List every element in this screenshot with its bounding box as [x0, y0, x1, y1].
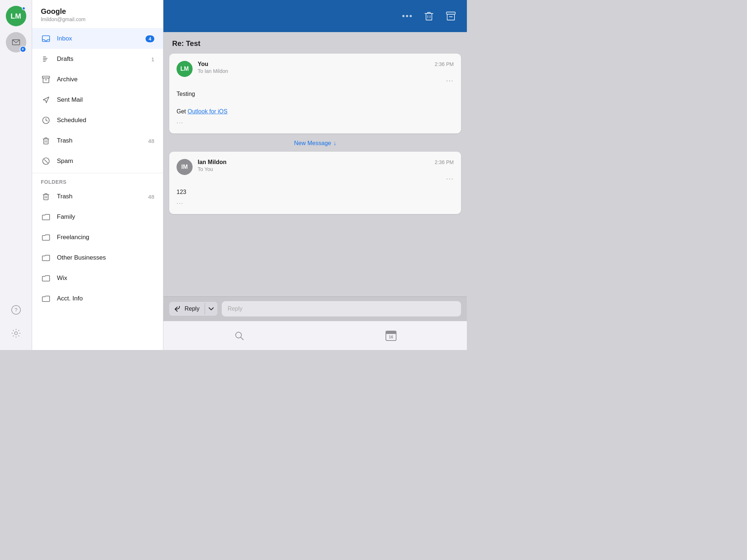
delete-icon — [424, 11, 434, 21]
email-2-from-row: Ian Mildon 2:36 PM — [198, 159, 454, 166]
reply-arrow-icon — [174, 306, 182, 312]
help-button[interactable]: ? — [8, 302, 24, 318]
thread-subject: Re: Test — [163, 32, 467, 54]
trash-folder-icon — [41, 191, 51, 202]
calendar-icon: 16 — [386, 331, 396, 341]
sidebar-item-acct-info[interactable]: Acct. Info — [32, 288, 163, 309]
reply-btn-group: Reply — [169, 302, 217, 316]
email-2-time: 2:36 PM — [435, 159, 454, 165]
sent-mail-icon — [41, 95, 51, 105]
account-header: Google lmildon@gmail.com — [32, 0, 163, 28]
svg-point-21 — [410, 15, 412, 17]
reply-main-button[interactable]: Reply — [169, 302, 205, 316]
acct-info-label: Acct. Info — [57, 295, 154, 302]
svg-rect-24 — [446, 12, 455, 14]
archive-button[interactable] — [444, 9, 458, 23]
inbox-badge: 4 — [146, 35, 154, 42]
bottom-tab-bar: 16 — [163, 321, 467, 350]
sentmail-label: Sent Mail — [57, 96, 154, 104]
sidebar-item-wix[interactable]: Wix — [32, 268, 163, 288]
add-account-badge: + — [20, 46, 26, 52]
sidebar-item-drafts[interactable]: Drafts 1 — [32, 49, 163, 69]
outlook-link[interactable]: Outlook for iOS — [187, 108, 227, 114]
email-1-from: You — [198, 61, 208, 67]
main-account-avatar[interactable]: LM — [6, 6, 26, 26]
sidebar-item-freelancing[interactable]: Freelancing — [32, 227, 163, 248]
svg-point-19 — [402, 15, 405, 17]
wix-label: Wix — [57, 275, 154, 282]
email-2-more-btn[interactable]: ··· — [446, 175, 454, 183]
calendar-header-strip — [386, 331, 396, 334]
account-email: lmildon@gmail.com — [41, 16, 154, 22]
email-1-avatar: LM — [177, 61, 193, 77]
delete-button[interactable] — [422, 9, 436, 23]
trash-folder-label: Trash — [57, 193, 142, 200]
freelancing-folder-icon — [41, 232, 51, 242]
folders-section-label: Folders — [32, 175, 163, 186]
help-icon: ? — [11, 305, 21, 315]
family-label: Family — [57, 213, 154, 221]
email-card-1: LM You 2:36 PM To Ian Mildon ··· Testing… — [169, 54, 461, 133]
email-2-more-row: ··· — [177, 175, 454, 183]
scheduled-label: Scheduled — [57, 117, 154, 124]
acct-info-folder-icon — [41, 293, 51, 304]
tab-calendar[interactable]: 16 — [315, 321, 467, 350]
email-2-expand-dots[interactable]: ··· — [177, 200, 454, 207]
inbox-label: Inbox — [57, 35, 140, 42]
svg-line-16 — [44, 160, 48, 163]
svg-point-20 — [406, 15, 408, 17]
reply-input[interactable]: Reply — [222, 301, 461, 316]
calendar-date-number: 16 — [386, 334, 396, 340]
trash-folder-count: 48 — [148, 194, 154, 200]
svg-point-3 — [15, 332, 18, 335]
email-2-avatar: IM — [177, 159, 193, 175]
svg-rect-10 — [43, 78, 49, 83]
email-1-more-btn[interactable]: ··· — [446, 77, 454, 85]
folders-divider — [32, 173, 163, 173]
sidebar-item-spam[interactable]: Spam — [32, 151, 163, 171]
archive-label: Archive — [57, 76, 154, 83]
chevron-down-icon — [209, 307, 214, 311]
trash-icon — [41, 136, 51, 146]
sidebar-item-trash-folder[interactable]: Trash 48 — [32, 186, 163, 207]
inbox-icon — [41, 34, 51, 44]
sidebar-item-inbox[interactable]: Inbox 4 — [32, 28, 163, 49]
wix-folder-icon — [41, 273, 51, 283]
trash-label: Trash — [57, 137, 142, 144]
spam-icon — [41, 156, 51, 166]
new-message-button[interactable]: New Message ↓ — [294, 140, 336, 147]
email-1-meta: You 2:36 PM To Ian Mildon — [198, 61, 454, 74]
email-1-expand-dots[interactable]: ··· — [177, 120, 454, 126]
sidebar-item-family[interactable]: Family — [32, 207, 163, 227]
settings-button[interactable] — [8, 325, 24, 341]
main-area: Re: Test LM You 2:36 PM To Ian Mildon ··… — [163, 0, 467, 350]
svg-line-27 — [241, 337, 243, 340]
family-folder-icon — [41, 212, 51, 222]
more-options-button[interactable] — [400, 9, 414, 23]
reply-placeholder: Reply — [228, 306, 243, 312]
reply-options-chevron[interactable] — [205, 303, 217, 314]
spam-label: Spam — [57, 158, 154, 165]
email-2-body: 123 — [177, 188, 454, 197]
sidebar-item-other-businesses[interactable]: Other Businesses — [32, 248, 163, 268]
sidebar-item-scheduled[interactable]: Scheduled — [32, 110, 163, 131]
add-account-avatar[interactable]: + — [6, 32, 26, 52]
drafts-count: 1 — [151, 56, 154, 62]
email-1-from-row: You 2:36 PM — [198, 61, 454, 67]
email-2-meta: Ian Mildon 2:36 PM To You — [198, 159, 454, 172]
archive-icon — [41, 74, 51, 85]
email-card-2: IM Ian Mildon 2:36 PM To You ··· 123 ··· — [169, 152, 461, 214]
reply-bar: Reply Reply — [163, 296, 467, 321]
trash-count: 48 — [148, 138, 154, 144]
account-rail: LM + ? — [0, 0, 32, 350]
tab-search[interactable] — [163, 321, 315, 350]
sidebar-item-trash[interactable]: Trash 48 — [32, 131, 163, 151]
notification-dot — [22, 7, 26, 10]
email-2-from: Ian Mildon — [198, 159, 227, 166]
search-icon — [234, 331, 244, 341]
sidebar-item-archive[interactable]: Archive — [32, 69, 163, 90]
thread-container: Re: Test LM You 2:36 PM To Ian Mildon ··… — [163, 32, 467, 296]
drafts-icon — [41, 54, 51, 64]
main-header — [163, 0, 467, 32]
sidebar-item-sentmail[interactable]: Sent Mail — [32, 90, 163, 110]
